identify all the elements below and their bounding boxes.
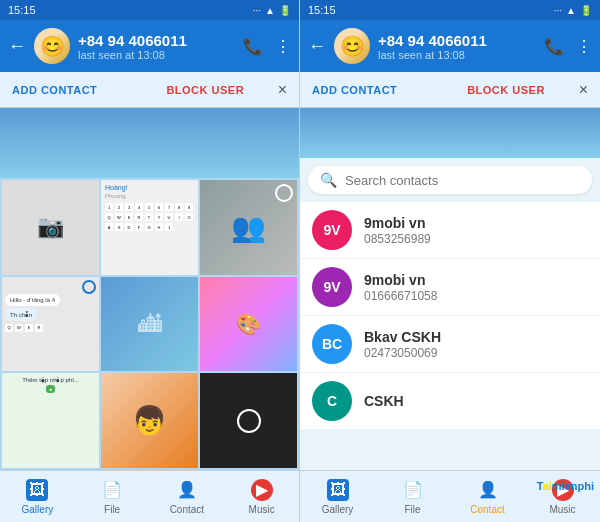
right-add-contact-button[interactable]: ADD CONTACT: [312, 84, 441, 96]
gallery-cell-colorful[interactable]: 🎨: [200, 277, 297, 372]
right-back-button[interactable]: ←: [308, 36, 326, 57]
more-icon[interactable]: ⋮: [275, 37, 291, 56]
back-button[interactable]: ←: [8, 36, 26, 57]
contact-initials-2: 9V: [323, 279, 340, 295]
contact-initials-4: C: [327, 393, 337, 409]
right-tab-file[interactable]: 📄 File: [375, 471, 450, 522]
left-screen: 15:15 ··· ▲ 🔋 ← 😊 +84 94 4066011 last se…: [0, 0, 300, 522]
last-seen: last seen at 13:08: [78, 49, 235, 61]
right-blue-background: [300, 108, 600, 158]
right-avatar: 😊: [334, 28, 370, 64]
contact-avatar-4: C: [312, 381, 352, 421]
green-tag: ●: [46, 385, 55, 393]
right-file-tab-icon: 📄: [402, 479, 424, 501]
left-status-bar: 15:15 ··· ▲ 🔋: [0, 0, 299, 20]
tab-gallery[interactable]: 🖼 Gallery: [0, 471, 75, 522]
gallery-cell-chat2[interactable]: Thêm tệp nhập phí... ●: [2, 373, 99, 468]
music-tab-label: Music: [249, 504, 275, 515]
right-contact-tab-icon: 👤: [477, 479, 499, 501]
chat-bubble-2: Th chắn: [5, 308, 37, 321]
select-circle: [275, 184, 293, 202]
keyboard-row3: ASDFGHJ: [105, 223, 173, 231]
search-bar[interactable]: 🔍: [308, 166, 592, 194]
gallery-grid: 📷 Hoàng! Phuong 123456789 QWERTYUIO ASDF…: [0, 178, 299, 470]
chat-bubble-1: Hillo - đ tăng là 4: [5, 294, 60, 306]
right-tab-music[interactable]: ▶ Music: [525, 471, 600, 522]
right-avatar-image: 😊: [334, 28, 370, 64]
search-input[interactable]: [345, 173, 580, 188]
tab-contact[interactable]: 👤 Contact: [150, 471, 225, 522]
right-music-tab-icon: ▶: [552, 479, 574, 501]
contact-info-4: CSKH: [364, 393, 588, 409]
contact-initials-1: 9V: [323, 222, 340, 238]
right-close-button[interactable]: ×: [579, 81, 588, 99]
gallery-cell-dark[interactable]: [200, 373, 297, 468]
gallery-tab-icon: 🖼: [26, 479, 48, 501]
gallery-cell-portrait[interactable]: 👦: [101, 373, 198, 468]
contact-name-2: 9mobi vn: [364, 272, 588, 288]
add-contact-button[interactable]: ADD CONTACT: [12, 84, 141, 96]
call-icon[interactable]: 📞: [243, 37, 263, 56]
battery-icon: 🔋: [279, 5, 291, 16]
contact-item-3[interactable]: BC Bkav CSKH 02473050069: [300, 316, 600, 373]
right-more-icon[interactable]: ⋮: [576, 37, 592, 56]
contact-tab-label: Contact: [170, 504, 204, 515]
tab-music[interactable]: ▶ Music: [224, 471, 299, 522]
right-file-tab-label: File: [404, 504, 420, 515]
right-action-bar: ADD CONTACT BLOCK USER ×: [300, 72, 600, 108]
file-tab-icon: 📄: [101, 479, 123, 501]
right-tab-contact[interactable]: 👤 Contact: [450, 471, 525, 522]
chat-name: Hoàng!: [105, 184, 128, 191]
signal-dots: ···: [253, 5, 261, 16]
right-gallery-tab-icon: 🖼: [327, 479, 349, 501]
select-circle-2: [82, 280, 96, 294]
keyboard-row1: 123456789: [105, 203, 193, 211]
search-icon: 🔍: [320, 172, 337, 188]
contact-name-3: Bkav CSKH: [364, 329, 588, 345]
right-wifi-icon: ▲: [566, 5, 576, 16]
gallery-cell-people[interactable]: 👥: [200, 180, 297, 275]
contact-item-4[interactable]: C CSKH: [300, 373, 600, 429]
left-header: ← 😊 +84 94 4066011 last seen at 13:08 📞 …: [0, 20, 299, 72]
phone-number: +84 94 4066011: [78, 32, 235, 49]
avatar: 😊: [34, 28, 70, 64]
contact-info-1: 9mobi vn 0853256989: [364, 215, 588, 246]
right-tab-bar: 🖼 Gallery 📄 File 👤 Contact ▶ Music Taimi…: [300, 470, 600, 522]
right-status-bar: 15:15 ··· ▲ 🔋: [300, 0, 600, 20]
contact-avatar-1: 9V: [312, 210, 352, 250]
contact-avatar-3: BC: [312, 324, 352, 364]
contact-avatar-2: 9V: [312, 267, 352, 307]
contact-initials-3: BC: [322, 336, 342, 352]
contact-item-2[interactable]: 9V 9mobi vn 01666671058: [300, 259, 600, 316]
chat-text: Thêm tệp nhập phí...: [22, 376, 79, 383]
right-header-info: +84 94 4066011 last seen at 13:08: [378, 32, 536, 61]
music-tab-icon: ▶: [251, 479, 273, 501]
wifi-icon: ▲: [265, 5, 275, 16]
right-screen: 15:15 ··· ▲ 🔋 ← 😊 +84 94 4066011 last se…: [300, 0, 600, 522]
portrait-emoji: 👦: [132, 404, 167, 437]
right-block-user-button[interactable]: BLOCK USER: [441, 84, 570, 96]
gallery-cell-aerial[interactable]: 🏙: [101, 277, 198, 372]
gallery-cell-camera[interactable]: 📷: [2, 180, 99, 275]
right-tab-gallery[interactable]: 🖼 Gallery: [300, 471, 375, 522]
right-contact-tab-label: Contact: [470, 504, 504, 515]
right-battery-icon: 🔋: [580, 5, 592, 16]
close-button[interactable]: ×: [278, 81, 287, 99]
header-info: +84 94 4066011 last seen at 13:08: [78, 32, 235, 61]
mini-keyboard: QWER: [5, 324, 43, 332]
chat-sub: Phuong: [105, 193, 126, 199]
contact-name-1: 9mobi vn: [364, 215, 588, 231]
left-status-icons: ··· ▲ 🔋: [253, 5, 291, 16]
gallery-cell-chat[interactable]: Hoàng! Phuong 123456789 QWERTYUIO ASDFGH…: [101, 180, 198, 275]
gallery-cell-screenshot[interactable]: Hillo - đ tăng là 4 Th chắn QWER: [2, 277, 99, 372]
avatar-image: 😊: [34, 28, 70, 64]
tab-file[interactable]: 📄 File: [75, 471, 150, 522]
block-user-button[interactable]: BLOCK USER: [141, 84, 270, 96]
aerial-icon: 🏙: [138, 310, 162, 338]
right-call-icon[interactable]: 📞: [544, 37, 564, 56]
colorful-icon: 🎨: [236, 312, 261, 336]
contact-item-1[interactable]: 9V 9mobi vn 0853256989: [300, 202, 600, 259]
right-time: 15:15: [308, 4, 336, 16]
right-last-seen: last seen at 13:08: [378, 49, 536, 61]
contact-info-2: 9mobi vn 01666671058: [364, 272, 588, 303]
